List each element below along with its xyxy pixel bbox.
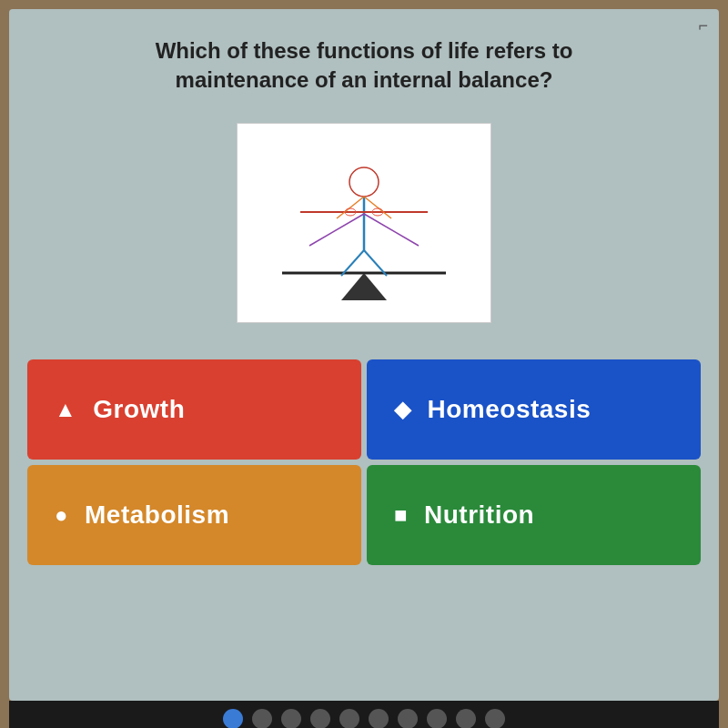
question-text: Which of these functions of life refers … — [91, 36, 637, 96]
taskbar-icon-3[interactable] — [310, 709, 330, 728]
answer-icon-metabolism: ● — [55, 502, 68, 528]
corner-icon: ⌐ — [698, 16, 708, 35]
taskbar-icon-5[interactable] — [369, 709, 389, 728]
answer-label-homeostasis: Homeostasis — [428, 395, 592, 424]
answer-btn-growth[interactable]: ▲Growth — [27, 359, 361, 460]
taskbar-icon-4[interactable] — [339, 709, 359, 728]
svg-line-5 — [337, 197, 364, 218]
taskbar-finder[interactable] — [223, 709, 243, 728]
svg-marker-1 — [341, 273, 387, 300]
taskbar-icon-9[interactable] — [485, 709, 505, 728]
svg-line-6 — [364, 197, 391, 218]
answer-icon-nutrition: ■ — [394, 502, 408, 528]
answer-icon-homeostasis: ◆ — [394, 397, 411, 422]
answer-label-metabolism: Metabolism — [85, 500, 229, 530]
balance-image — [237, 123, 491, 323]
answer-icon-growth: ▲ — [55, 397, 76, 422]
answer-label-nutrition: Nutrition — [424, 500, 534, 530]
screen: ⌐ Which of these functions of life refer… — [9, 9, 719, 701]
answer-btn-metabolism[interactable]: ●Metabolism — [27, 465, 361, 565]
taskbar-icon-7[interactable] — [427, 709, 447, 728]
answer-btn-homeostasis[interactable]: ◆Homeostasis — [367, 359, 701, 460]
svg-point-2 — [349, 167, 379, 197]
svg-line-9 — [309, 214, 364, 246]
taskbar — [9, 701, 719, 728]
taskbar-icon-1[interactable] — [252, 709, 272, 728]
taskbar-icon-2[interactable] — [281, 709, 301, 728]
svg-line-10 — [364, 214, 419, 246]
answer-btn-nutrition[interactable]: ■Nutrition — [367, 465, 701, 565]
answer-label-growth: Growth — [93, 395, 185, 424]
answers-grid: ▲Growth◆Homeostasis●Metabolism■Nutrition — [27, 359, 701, 565]
taskbar-icon-6[interactable] — [398, 709, 418, 728]
taskbar-icon-8[interactable] — [456, 709, 476, 728]
